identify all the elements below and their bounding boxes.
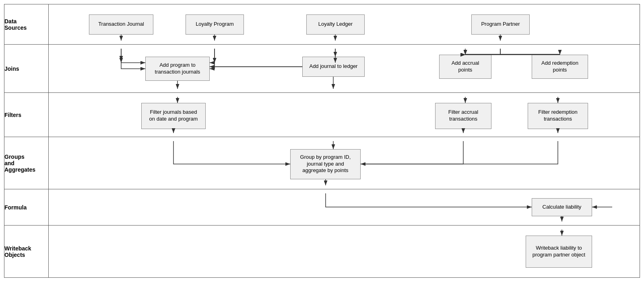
label-datasources: Data Sources: [4, 4, 49, 45]
node-writeback-liability: Writeback liability to program partner o…: [526, 236, 592, 268]
content-datasources: Transaction Journal Loyalty Program Loya…: [48, 4, 640, 45]
label-joins: Joins: [4, 45, 49, 93]
node-filter-accrual: Filter accrual transactions: [435, 103, 491, 129]
row-filters: Filters Filter journals based on date an…: [4, 93, 640, 137]
node-add-journal: Add journal to ledger: [302, 57, 365, 77]
content-filters: Filter journals based on date and progra…: [48, 93, 640, 137]
node-add-program: Add program to transaction journals: [145, 57, 210, 81]
diagram-table: Data Sources Transaction Journal Loyalty…: [4, 4, 640, 278]
label-formula: Formula: [4, 189, 49, 226]
node-loyalty-ledger: Loyalty Ledger: [306, 14, 365, 35]
content-formula: Calculate liability: [48, 189, 640, 226]
node-add-accrual: Add accrual points: [439, 55, 491, 79]
node-filter-redemption: Filter redemption transactions: [528, 103, 588, 129]
node-add-redemption: Add redemption points: [532, 55, 588, 79]
row-formula: Formula Calculate liability: [4, 189, 640, 226]
label-writeback: Writeback Objects: [4, 226, 49, 278]
row-joins: Joins Add program to transaction journal…: [4, 45, 640, 93]
node-loyalty-program: Loyalty Program: [186, 14, 244, 35]
node-transaction-journal: Transaction Journal: [89, 14, 153, 35]
node-program-partner: Program Partner: [471, 14, 530, 35]
label-groups: Groups and Aggregates: [4, 137, 49, 189]
content-groups: Group by program ID, journal type and ag…: [48, 137, 640, 189]
node-calculate-liability: Calculate liability: [532, 198, 592, 216]
row-groups: Groups and Aggregates Group by program I…: [4, 137, 640, 189]
content-writeback: Writeback liability to program partner o…: [48, 226, 640, 278]
row-writeback: Writeback Objects Writeback liability to…: [4, 226, 640, 278]
label-filters: Filters: [4, 93, 49, 137]
content-joins: Add program to transaction journals Add …: [48, 45, 640, 93]
node-group-by: Group by program ID, journal type and ag…: [290, 149, 361, 179]
row-datasources: Data Sources Transaction Journal Loyalty…: [4, 4, 640, 45]
node-filter-journals: Filter journals based on date and progra…: [141, 103, 206, 129]
